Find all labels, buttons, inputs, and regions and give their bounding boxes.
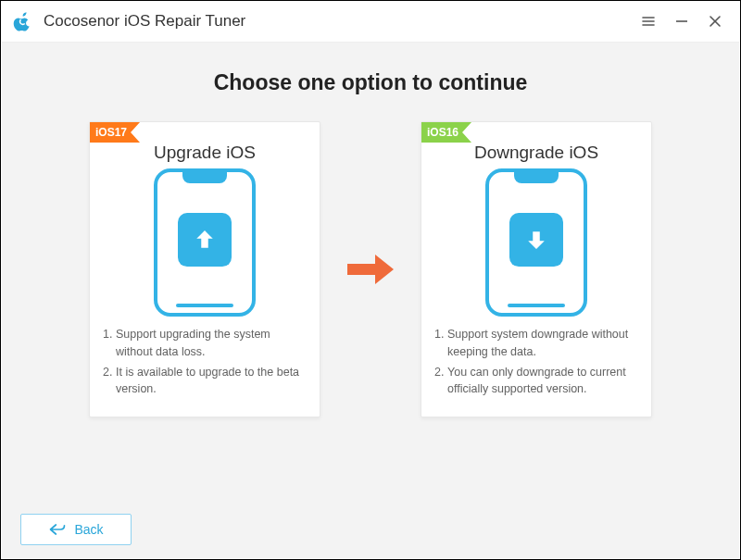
right-arrow-icon — [343, 253, 398, 286]
arrow-up-icon — [178, 213, 232, 267]
downgrade-card-title: Downgrade iOS — [421, 143, 651, 163]
upgrade-description: 1.Support upgrading the system without d… — [103, 326, 308, 398]
downgrade-desc-1: Support system downgrade without keeping… — [447, 326, 640, 361]
upgrade-phone-illustration — [90, 168, 320, 317]
back-button-label: Back — [74, 522, 103, 537]
main-area: Choose one option to continue iOS17 Upgr… — [2, 42, 739, 558]
app-logo-icon — [12, 10, 34, 32]
downgrade-phone-illustration — [421, 168, 651, 317]
options-row: iOS17 Upgrade iOS 1.Support upgrading th… — [20, 121, 721, 417]
upgrade-card-title: Upgrade iOS — [90, 143, 320, 163]
option-downgrade-card[interactable]: iOS16 Downgrade iOS 1.Support system dow… — [421, 121, 652, 417]
upgrade-desc-1: Support upgrading the system without dat… — [116, 326, 308, 361]
app-title: Cocosenor iOS Repair Tuner — [44, 12, 640, 31]
upgrade-desc-2: It is available to upgrade to the beta v… — [116, 364, 308, 399]
menu-icon[interactable] — [640, 13, 657, 30]
page-title: Choose one option to continue — [20, 70, 721, 95]
upgrade-ribbon: iOS17 — [90, 122, 140, 143]
downgrade-description: 1.Support system downgrade without keepi… — [434, 326, 640, 398]
titlebar: Cocosenor iOS Repair Tuner — [1, 1, 740, 42]
minimize-icon[interactable] — [673, 13, 690, 30]
arrow-down-icon — [509, 213, 563, 267]
back-arrow-icon — [48, 522, 67, 537]
downgrade-ribbon: iOS16 — [421, 122, 471, 143]
close-icon[interactable] — [707, 13, 723, 30]
option-upgrade-card[interactable]: iOS17 Upgrade iOS 1.Support upgrading th… — [89, 121, 320, 417]
downgrade-desc-2: You can only downgrade to current offici… — [447, 364, 640, 399]
back-button[interactable]: Back — [20, 514, 132, 545]
